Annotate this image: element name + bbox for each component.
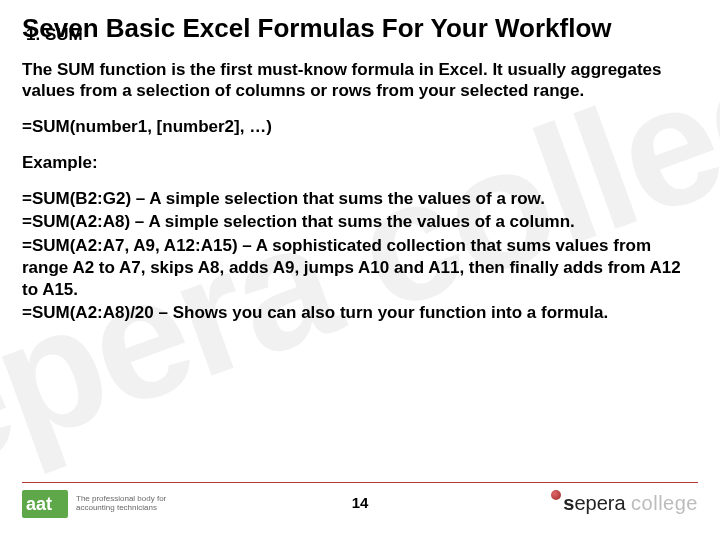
sepera-dot-icon xyxy=(551,490,561,500)
example-row: =SUM(A2:A8) – A simple selection that su… xyxy=(22,211,698,233)
example-row: =SUM(A2:A8)/20 – Shows you can also turn… xyxy=(22,302,698,324)
paragraph-intro: The SUM function is the first must-know … xyxy=(22,59,698,103)
footer-divider xyxy=(22,482,698,483)
aat-badge-icon: aat xyxy=(22,490,68,518)
sepera-s: s xyxy=(563,492,574,514)
footer: 14 aat The professional body for account… xyxy=(0,482,720,530)
example-row: =SUM(B2:G2) – A simple selection that su… xyxy=(22,188,698,210)
sepera-epera: epera xyxy=(574,492,625,514)
example-row: =SUM(A2:A7, A9, A12:A15) – A sophisticat… xyxy=(22,235,698,300)
body-content: The SUM function is the first must-know … xyxy=(22,59,698,325)
sepera-college: college xyxy=(631,492,698,514)
aat-tagline-line: accounting technicians xyxy=(76,504,166,513)
paragraph-syntax: =SUM(number1, [number2], …) xyxy=(22,116,698,138)
aat-logo: aat The professional body for accounting… xyxy=(22,490,166,518)
slide: sepera college Seven Basic Excel Formula… xyxy=(0,0,720,540)
sepera-logo: sepera college xyxy=(551,492,698,515)
aat-badge-text: aat xyxy=(26,494,52,514)
section-heading: 1. SUM xyxy=(26,25,698,45)
example-label: Example: xyxy=(22,152,698,174)
example-list: =SUM(B2:G2) – A simple selection that su… xyxy=(22,188,698,325)
aat-tagline: The professional body for accounting tec… xyxy=(76,495,166,513)
